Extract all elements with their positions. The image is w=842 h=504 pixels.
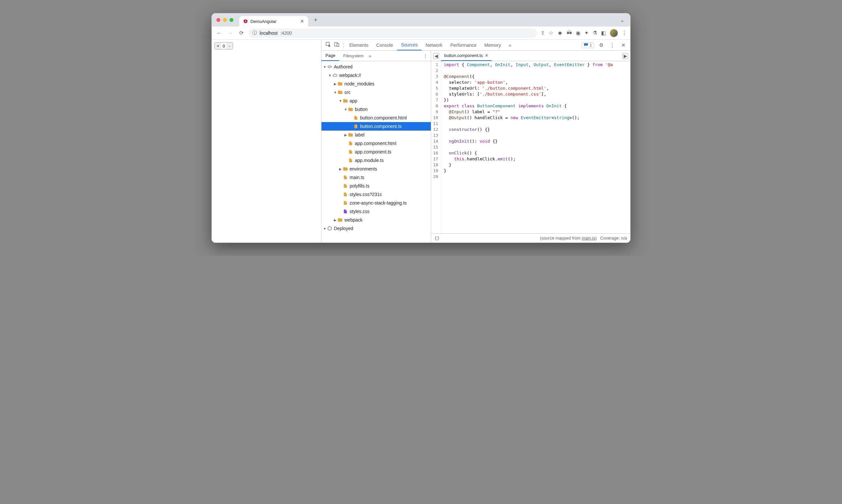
coverage-text: Coverage: n/a: [600, 236, 627, 240]
new-tab-button[interactable]: +: [314, 17, 318, 23]
devtools-tab-network[interactable]: Network: [422, 40, 446, 50]
extension-icon-1[interactable]: ☻: [557, 30, 563, 36]
tree-item-label[interactable]: ▶label: [321, 130, 431, 139]
devtools-tab-memory[interactable]: Memory: [481, 40, 505, 50]
tree-item-app-component-html[interactable]: app.component.html: [321, 139, 431, 148]
disclosure-triangle-icon[interactable]: ▼: [339, 99, 342, 103]
sidebar-tab-page[interactable]: Page: [321, 51, 339, 61]
tree-item-label: button.component.ts: [360, 124, 402, 129]
tree-item-styles-css[interactable]: styles.css: [321, 207, 431, 216]
inspect-element-icon[interactable]: [324, 42, 333, 48]
devtools-menu-icon[interactable]: ⋮: [608, 42, 616, 48]
file-tree: ▼Authored▼webpack://▶node_modules▼src▼ap…: [321, 61, 431, 242]
reload-button[interactable]: ⟳: [237, 30, 245, 36]
editor-tab-active[interactable]: button.component.ts ✕: [441, 51, 492, 61]
disclosure-triangle-icon[interactable]: ▼: [323, 227, 327, 230]
disclosure-triangle-icon[interactable]: ▶: [339, 167, 342, 171]
site-info-icon[interactable]: ⓘ: [252, 30, 257, 36]
folder-icon: [342, 166, 348, 172]
titlebar: DemoAngular ✕ + ⌄: [212, 14, 630, 26]
tree-item-label: Deployed: [334, 226, 353, 231]
tree-item-label: app.component.html: [355, 141, 396, 146]
tree-item-app[interactable]: ▼app: [321, 96, 431, 105]
share-icon[interactable]: ⇪: [540, 30, 545, 36]
devtools-toolbar: ElementsConsoleSourcesNetworkPerformance…: [321, 40, 630, 51]
tree-item-environments[interactable]: ▶environments: [321, 165, 431, 173]
sidebar-more-tabs[interactable]: »: [369, 53, 372, 58]
pretty-print-button[interactable]: {}: [434, 236, 440, 240]
side-panel-icon[interactable]: ◧: [601, 30, 606, 36]
devtools-more-tabs[interactable]: »: [505, 40, 515, 50]
profile-avatar[interactable]: [610, 29, 618, 37]
tree-item-label: polyfills.ts: [350, 183, 370, 188]
sidebar-tab-filesystem[interactable]: Filesystem: [339, 51, 367, 61]
disclosure-triangle-icon[interactable]: ▼: [323, 65, 327, 69]
editor-tab-close-icon[interactable]: ✕: [485, 53, 488, 58]
browser-tab[interactable]: DemoAngular ✕: [239, 16, 308, 26]
tree-item-app-module-ts[interactable]: app.module.ts: [321, 156, 431, 165]
maximize-window-button[interactable]: [230, 18, 233, 22]
tree-item-src[interactable]: ▼src: [321, 88, 431, 96]
file-icon: [353, 115, 359, 121]
tree-item-button-component-ts[interactable]: button.component.ts: [321, 122, 431, 130]
extension-icon-3[interactable]: ◉: [576, 30, 580, 36]
tree-item-label: zone-async-stack-tagging.ts: [350, 200, 407, 205]
device-toolbar-icon[interactable]: [333, 42, 341, 48]
chrome-menu-icon[interactable]: ⋮: [622, 30, 627, 36]
close-window-button[interactable]: [216, 18, 220, 22]
line-gutter: 1234567891011121314151617181920: [431, 61, 441, 233]
disclosure-triangle-icon[interactable]: ▼: [333, 91, 337, 94]
tab-close-button[interactable]: ✕: [300, 19, 304, 24]
disclosure-triangle-icon[interactable]: ▶: [333, 82, 337, 86]
disclosure-triangle-icon[interactable]: ▼: [328, 74, 332, 77]
devtools-tab-performance[interactable]: Performance: [446, 40, 480, 50]
minimize-window-button[interactable]: [223, 18, 227, 22]
devtools-tab-console[interactable]: Console: [372, 40, 397, 50]
tree-item-button-component-html[interactable]: button.component.html: [321, 113, 431, 122]
address-bar: ← → ⟳ ⓘ localhost:4200 ⇪ ☆ ☻ 🕶 ◉ ✦ ⚗ ◧ ⋮: [212, 26, 630, 40]
devtools-tab-elements[interactable]: Elements: [345, 40, 372, 50]
forward-button[interactable]: →: [226, 30, 234, 36]
extension-icon-2[interactable]: 🕶: [567, 30, 572, 36]
file-icon: [342, 183, 348, 188]
debugger-toggle-icon[interactable]: ▶: [622, 53, 628, 59]
tabs-dropdown-button[interactable]: ⌄: [620, 17, 624, 23]
tree-item-polyfills-ts[interactable]: polyfills.ts: [321, 182, 431, 190]
disclosure-triangle-icon[interactable]: ▶: [333, 218, 337, 222]
counter-minus-button[interactable]: -: [226, 42, 233, 49]
tree-item-deployed[interactable]: ▼Deployed: [321, 224, 431, 233]
counter-plus-button[interactable]: +: [215, 42, 221, 49]
tree-item-label: environments: [350, 166, 377, 172]
code-editor[interactable]: 1234567891011121314151617181920 import {…: [431, 61, 630, 233]
sources-sidebar: PageFilesystem » ⋮ ▼Authored▼webpack://▶…: [321, 51, 431, 242]
tree-item-webpack[interactable]: ▶webpack: [321, 216, 431, 224]
editor-tab-label: button.component.ts: [444, 53, 483, 58]
bookmark-icon[interactable]: ☆: [549, 30, 553, 36]
disclosure-triangle-icon[interactable]: ▼: [344, 108, 348, 111]
tree-item-label: webpack: [344, 217, 362, 222]
tree-item-authored[interactable]: ▼Authored: [321, 62, 431, 71]
tree-item-webpack-[interactable]: ▼webpack://: [321, 71, 431, 79]
source-mapped-link[interactable]: main.js: [582, 236, 595, 240]
sidebar-menu-icon[interactable]: ⋮: [420, 53, 431, 58]
rendered-page: + 0 -: [212, 40, 321, 242]
devtools-close-icon[interactable]: ✕: [619, 42, 628, 48]
tree-item-app-component-ts[interactable]: app.component.ts: [321, 148, 431, 156]
tree-item-zone-async-stack-tagging-ts[interactable]: zone-async-stack-tagging.ts: [321, 199, 431, 207]
issues-button[interactable]: 1: [581, 42, 594, 48]
tree-item-main-ts[interactable]: main.ts: [321, 173, 431, 182]
navigator-toggle-icon[interactable]: ◀: [433, 53, 439, 59]
extensions-menu-icon[interactable]: ✦: [584, 30, 589, 36]
file-icon: [342, 192, 348, 197]
tree-item-button[interactable]: ▼button: [321, 105, 431, 113]
tree-item-label: node_modules: [344, 81, 375, 86]
tree-item-styles-css-231c[interactable]: styles.css?231c: [321, 190, 431, 199]
labs-icon[interactable]: ⚗: [593, 30, 597, 36]
back-button[interactable]: ←: [215, 30, 223, 36]
settings-icon[interactable]: ⚙: [597, 42, 605, 48]
address-input[interactable]: ⓘ localhost:4200: [249, 29, 537, 38]
devtools-tab-sources[interactable]: Sources: [397, 40, 422, 50]
counter-widget: + 0 -: [214, 42, 233, 50]
tree-item-node-modules[interactable]: ▶node_modules: [321, 79, 431, 88]
disclosure-triangle-icon[interactable]: ▶: [344, 133, 348, 137]
